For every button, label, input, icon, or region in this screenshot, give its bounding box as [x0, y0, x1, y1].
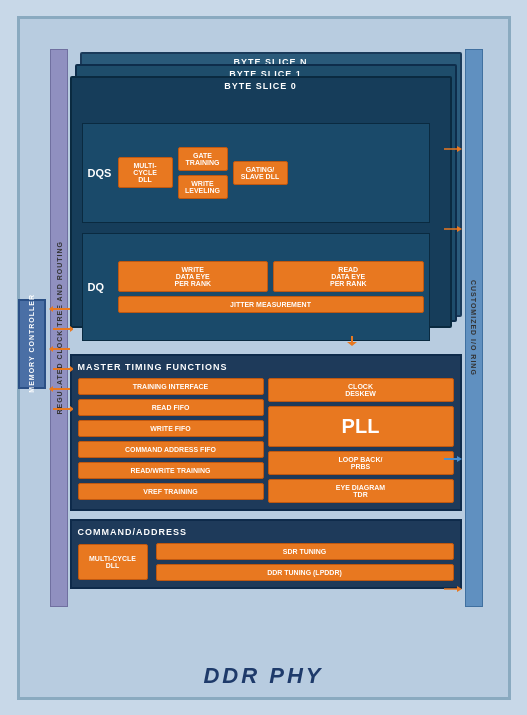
write-data-eye-box: Write Data Eye Per Rank: [118, 261, 269, 292]
master-timing-title: Master Timing Functions: [78, 362, 454, 372]
master-timing-section: Master Timing Functions Training Interfa…: [70, 354, 462, 511]
svg-marker-15: [457, 456, 462, 462]
connector-row: [70, 336, 462, 346]
ddr-tuning-box: DDR Tuning (LPDDR): [156, 564, 454, 581]
svg-marker-21: [457, 586, 462, 592]
inner-frame: Byte Slice N Byte Slice 1 Byte Slice 0 D…: [70, 47, 462, 625]
byte-slice-stack: Byte Slice N Byte Slice 1 Byte Slice 0 D…: [70, 52, 462, 332]
svg-marker-7: [49, 346, 53, 352]
byte-slice-0-label: Byte Slice 0: [72, 78, 450, 91]
ca-inner: Multi-cycle DLL SDR Tuning DDR Tuning (L…: [78, 543, 454, 581]
read-fifo-box: Read FIFO: [78, 399, 264, 416]
loop-back-prbs-box: Loop Back/ PRBS: [268, 451, 454, 475]
svg-marker-3: [49, 306, 53, 312]
vref-training-box: Vref Training: [78, 483, 264, 500]
read-data-eye-box: Read Data Eye Per Rank: [273, 261, 424, 292]
clock-deskew-box: Clock Deskew: [268, 378, 454, 402]
multi-cycle-dll-dqs: Multi-cycle DLL: [118, 157, 173, 188]
svg-marker-17: [457, 146, 462, 152]
read-write-training-box: Read/Write Training: [78, 462, 264, 479]
dqs-top-row: Multi-cycle DLL Gate Training Write Leve…: [118, 147, 424, 199]
svg-marker-11: [49, 386, 53, 392]
memory-controller-box: Memory Controller: [18, 299, 46, 389]
master-timing-left: Training Interface Read FIFO Write FIFO …: [78, 378, 264, 503]
command-address-title: Command/Address: [78, 527, 454, 537]
ddr-phy-title: DDR PHY: [203, 663, 323, 688]
ddr-phy-title-container: DDR PHY: [20, 663, 508, 689]
svg-marker-9: [70, 366, 73, 372]
byte-slice-0: Byte Slice 0 DQS Multi-cycle DLL Gate Tr…: [70, 76, 452, 328]
command-address-section: Command/Address Multi-cycle DLL SDR Tuni…: [70, 519, 462, 589]
eye-diagram-tdr-box: Eye Diagram TDR: [268, 479, 454, 503]
ca-right: SDR Tuning DDR Tuning (LPDDR): [156, 543, 454, 581]
byte-slice-right-arrow2: [444, 219, 464, 239]
outer-frame: Regulated Clock Tree and Routing Customi…: [17, 16, 511, 700]
jitter-measurement-box: Jitter Measurement: [118, 296, 424, 313]
dq-label: DQ: [88, 281, 113, 293]
dqs-label: DQS: [88, 167, 113, 179]
sdr-tuning-box: SDR Tuning: [156, 543, 454, 560]
gating-slave-dll-box: Gating/ Slave DLL: [233, 161, 288, 185]
dq-section: DQ Write Data Eye Per Rank Read Data Eye…: [82, 233, 430, 341]
write-fifo-box: Write FIFO: [78, 420, 264, 437]
master-timing-grid: Training Interface Read FIFO Write FIFO …: [78, 378, 454, 503]
svg-marker-19: [457, 226, 462, 232]
svg-marker-13: [70, 406, 73, 412]
dqs-section: DQS Multi-cycle DLL Gate Training Write …: [82, 123, 430, 223]
command-address-fifo-box: Command Address FIFO: [78, 441, 264, 458]
ca-right-arrow: [444, 579, 464, 599]
gate-training-box: Gate Training: [178, 147, 228, 171]
memory-controller-arrows: [48, 299, 73, 419]
down-arrow-svg: [252, 336, 452, 346]
dq-top-row: Write Data Eye Per Rank Read Data Eye Pe…: [118, 261, 424, 292]
dq-inner: Write Data Eye Per Rank Read Data Eye Pe…: [118, 261, 424, 313]
pll-right-arrow: [444, 449, 464, 469]
customized-io-label: Customized I/O Ring: [465, 49, 482, 607]
training-interface-box: Training Interface: [78, 378, 264, 395]
svg-marker-5: [70, 326, 73, 332]
svg-marker-1: [347, 342, 357, 346]
byte-slice-right-arrow1: [444, 139, 464, 159]
pll-box: PLL: [268, 406, 454, 447]
multi-cycle-dll-ca: Multi-cycle DLL: [78, 544, 148, 580]
write-leveling-box: Write Leveling: [178, 175, 228, 199]
dqs-inner: Multi-cycle DLL Gate Training Write Leve…: [118, 147, 424, 199]
master-timing-right: Clock Deskew PLL Loop Back/ PRBS Eye Dia…: [268, 378, 454, 503]
